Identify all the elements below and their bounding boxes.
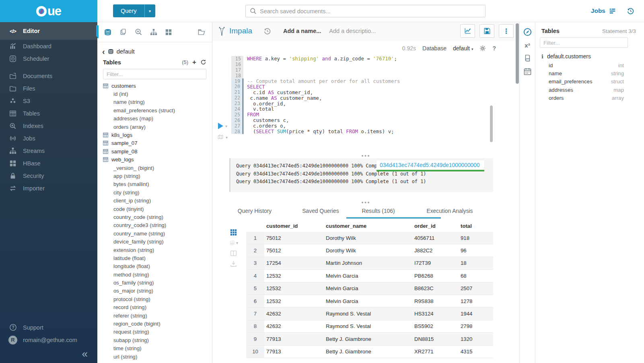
execute-button[interactable]	[218, 123, 223, 129]
assistant-compass-icon[interactable]	[520, 28, 535, 36]
tree-column-item[interactable]: name (string)	[97, 98, 212, 106]
tree-column-item[interactable]: device_family (string)	[97, 237, 212, 245]
code-line[interactable]: 28 (SELECT SUM(price * qty) total FROM o…	[231, 129, 400, 134]
assist-filter-input[interactable]	[103, 69, 206, 79]
tree-column-item[interactable]: request (string)	[97, 328, 212, 336]
code-line[interactable]: 15WHERE a.key = 'shipping' and a.zip_cod…	[231, 56, 400, 62]
tree-column-item[interactable]: url (string)	[97, 353, 212, 361]
code-line[interactable]: 22 c.name AS customer_name,	[231, 95, 400, 101]
right-panel-column-row[interactable]: idint	[536, 61, 644, 69]
databases-source-icon[interactable]	[104, 29, 112, 36]
query-dropdown-caret[interactable]: ▾	[144, 4, 155, 17]
database-breadcrumb[interactable]: ‹ default	[97, 42, 212, 56]
sidebar-item-documents[interactable]: Documents	[0, 70, 97, 82]
save-button[interactable]	[479, 24, 494, 38]
right-panel-column-row[interactable]: namestring	[536, 69, 644, 77]
engine-selector[interactable]: Impala	[218, 26, 252, 36]
sidebar-item-tables[interactable]: Tables	[0, 107, 97, 120]
table-row[interactable]: 175012Dorothy Wilk4056711918	[246, 232, 493, 244]
query-name-field[interactable]: Add a name...	[283, 28, 321, 34]
jobs-link[interactable]: Jobs	[591, 7, 616, 14]
code-line[interactable]: 19-- Compute total amount per order for …	[231, 78, 400, 84]
sidebar-item-files[interactable]: Files	[0, 82, 97, 95]
tree-column-item[interactable]: os_family (string)	[97, 278, 212, 287]
code-line[interactable]: 27 c.orders o,	[231, 123, 400, 129]
documents-source-icon[interactable]	[119, 28, 127, 36]
add-table-icon[interactable]: +	[192, 59, 196, 66]
table-row[interactable]: 512532Melvin GarciaB8623C2507	[246, 283, 493, 295]
query-description-field[interactable]: Add a descriptio...	[329, 28, 376, 34]
code-line[interactable]: 18	[231, 73, 400, 78]
sidebar-item-scheduler[interactable]: Scheduler	[0, 52, 97, 65]
query-button[interactable]: Query	[113, 4, 144, 17]
execute-options-caret[interactable]: ▾	[225, 124, 227, 128]
active-table-row[interactable]: i default.customers	[536, 51, 644, 61]
tree-column-item[interactable]: region_code (bigint)	[97, 320, 212, 328]
sidebar-item-streams[interactable]: Streams	[0, 144, 97, 157]
tab-results-106-[interactable]: Results (106)	[351, 203, 405, 219]
tab-saved-queries[interactable]: Saved Queries	[290, 203, 351, 219]
columns-view-icon[interactable]	[230, 250, 238, 257]
code-line[interactable]: 24 v.total	[231, 106, 400, 112]
right-panel-column-row[interactable]: ordersarray	[536, 94, 644, 102]
sitemap-source-icon[interactable]	[150, 29, 157, 36]
resize-handle-top[interactable]: ●●●	[212, 154, 519, 158]
column-header[interactable]: customer_id	[264, 220, 324, 232]
tree-column-item[interactable]: method (string)	[97, 270, 212, 278]
sidebar-item-dashboard[interactable]: Dashboard	[0, 40, 97, 52]
tree-table-item[interactable]: k8s_logs	[97, 131, 212, 139]
explain-map-icon[interactable]	[217, 134, 224, 140]
sidebar-item-editor[interactable]: </>Editor	[0, 22, 97, 40]
right-panel-column-row[interactable]: email_preferencesstruct	[536, 78, 644, 86]
global-search[interactable]	[245, 5, 486, 17]
database-name[interactable]: default	[117, 48, 135, 55]
chart-view-icon[interactable]: ▾	[230, 239, 238, 246]
tree-column-item[interactable]: protocol (string)	[97, 295, 212, 303]
tab-execution-analysis[interactable]: Execution Analysis	[414, 203, 486, 219]
tree-column-item[interactable]: addresses (map)	[97, 115, 212, 123]
code-line[interactable]: 17	[231, 67, 400, 73]
sidebar-item-hbase[interactable]: HBase	[0, 157, 97, 169]
refresh-icon[interactable]	[200, 59, 206, 65]
tree-column-item[interactable]: city (string)	[97, 188, 212, 196]
back-chevron-icon[interactable]: ‹	[102, 49, 105, 54]
editor-scrollbar[interactable]	[490, 105, 493, 142]
sidebar-item-security[interactable]: Security	[0, 169, 97, 182]
tree-column-item[interactable]: country_code3 (string)	[97, 221, 212, 229]
sidebar-item-importer[interactable]: Importer	[0, 182, 97, 194]
more-actions-button[interactable]: ⋮	[499, 24, 514, 38]
tree-column-item[interactable]: latitude (float)	[97, 254, 212, 262]
tree-column-item[interactable]: extension (string)	[97, 246, 212, 254]
schedule-icon[interactable]	[520, 68, 535, 75]
right-panel-column-row[interactable]: addressesmap	[536, 86, 644, 94]
folder-open-icon[interactable]	[198, 28, 206, 36]
tree-column-item[interactable]: time (string)	[97, 344, 212, 353]
language-docs-icon[interactable]	[520, 54, 535, 62]
tree-column-item[interactable]: record (string)	[97, 303, 212, 311]
sidebar-item-support[interactable]: ? Support	[0, 321, 97, 334]
sidebar-collapse-button[interactable]: «	[82, 349, 88, 359]
tab-query-history[interactable]: Query History	[224, 203, 285, 219]
right-filter-input[interactable]	[540, 37, 628, 48]
sql-editor[interactable]: 15WHERE a.key = 'shipping' and a.zip_cod…	[231, 56, 400, 134]
tree-column-item[interactable]: code (tinyint)	[97, 205, 212, 213]
tree-column-item[interactable]: _version_ (bigint)	[97, 164, 212, 172]
table-row[interactable]: 977913Betty J. GiambroneDN88151320	[246, 333, 493, 345]
apps-grid-icon[interactable]	[165, 29, 172, 36]
tree-column-item[interactable]: referer (string)	[97, 311, 212, 320]
column-header[interactable]: customer_name	[324, 220, 412, 232]
code-line[interactable]: 23 o.order_id,	[231, 101, 400, 106]
search-zoom-icon[interactable]	[135, 28, 142, 36]
table-row[interactable]: 412532Melvin GarciaPB626868	[246, 270, 493, 282]
code-line[interactable]: 25FROM	[231, 112, 400, 118]
chart-button[interactable]	[460, 24, 475, 38]
query-split-button[interactable]: Query ▾	[113, 4, 155, 17]
sidebar-item-indexes[interactable]: Indexes	[0, 120, 97, 132]
tree-column-item[interactable]: os_major (string)	[97, 287, 212, 295]
hue-logo[interactable]: ue	[0, 0, 97, 22]
tree-column-item[interactable]: user_agent (string)	[97, 361, 212, 363]
tree-table-item[interactable]: web_logs	[97, 156, 212, 164]
history-icon[interactable]	[627, 7, 634, 15]
sidebar-item-jobs[interactable]: Jobs	[0, 132, 97, 144]
table-row[interactable]: 1077913Betty J. GiambroneXR27714315	[246, 346, 493, 358]
